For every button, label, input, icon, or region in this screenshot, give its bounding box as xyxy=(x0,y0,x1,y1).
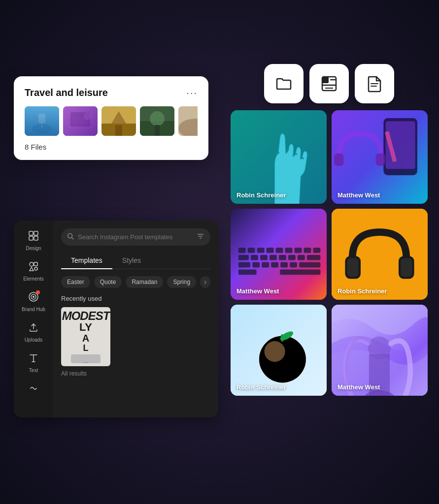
svg-rect-22 xyxy=(29,236,33,240)
photo-card-matthew-1[interactable]: Matthew West xyxy=(332,110,428,204)
document-icon-box[interactable] xyxy=(355,64,394,103)
template-icon-box[interactable] xyxy=(309,64,349,103)
svg-rect-49 xyxy=(295,154,297,155)
svg-rect-65 xyxy=(304,248,311,253)
photo-card-matthew-2-label: Matthew West xyxy=(236,287,279,295)
svg-rect-88 xyxy=(401,258,412,277)
sidebar-item-uploads[interactable]: Uploads xyxy=(17,318,50,346)
filter-icon[interactable] xyxy=(197,232,204,242)
photo-grid: Robin Schreiner xyxy=(231,110,428,396)
recently-used-label: Recently used xyxy=(61,295,210,302)
svg-rect-62 xyxy=(276,248,283,253)
photo-card-robin-1[interactable]: Robin Schreiner xyxy=(231,110,327,204)
tab-styles[interactable]: Styles xyxy=(112,252,151,269)
photo-card-robin-2[interactable]: Robin Schreiner xyxy=(332,209,428,300)
tag-ramadan[interactable]: Ramadan xyxy=(126,276,163,288)
template-preview-card[interactable]: MODEST LY A L xyxy=(61,307,210,366)
svg-rect-64 xyxy=(295,248,302,253)
svg-rect-61 xyxy=(267,248,274,253)
hair-visual xyxy=(332,305,428,396)
tag-quote[interactable]: Quote xyxy=(94,276,122,288)
travel-files-count: 8 Files xyxy=(25,143,198,151)
travel-image-2[interactable] xyxy=(63,106,98,136)
template-tabs: Templates Styles xyxy=(61,252,210,269)
svg-rect-5 xyxy=(70,112,90,127)
svg-rect-0 xyxy=(25,106,59,136)
tag-easter[interactable]: Easter xyxy=(61,276,90,288)
sidebar-brand-label: Brand Hub xyxy=(22,307,45,312)
search-input[interactable] xyxy=(78,233,193,241)
svg-rect-23 xyxy=(34,236,38,240)
svg-point-91 xyxy=(259,336,306,383)
svg-marker-26 xyxy=(30,267,34,271)
svg-point-24 xyxy=(30,262,34,266)
right-panel: Robin Schreiner xyxy=(231,64,428,396)
svg-point-30 xyxy=(33,296,34,298)
keyboard-visual xyxy=(231,209,327,300)
svg-rect-78 xyxy=(271,262,278,268)
svg-rect-21 xyxy=(34,231,38,235)
svg-point-8 xyxy=(84,112,92,120)
tab-templates[interactable]: Templates xyxy=(61,252,112,269)
svg-line-32 xyxy=(72,238,74,240)
sidebar-uploads-label: Uploads xyxy=(25,337,43,343)
sidebar-item-design[interactable]: Design xyxy=(17,226,50,255)
svg-rect-54 xyxy=(334,154,343,166)
template-preview-image: MODEST LY A L xyxy=(61,307,110,366)
svg-rect-72 xyxy=(288,255,296,260)
sidebar-item-brand-hub[interactable]: Brand Hub xyxy=(17,287,50,316)
more-icon xyxy=(28,383,39,396)
svg-point-92 xyxy=(265,341,285,362)
travel-image-4[interactable] xyxy=(140,106,174,136)
travel-image-1[interactable] xyxy=(25,106,59,136)
svg-rect-81 xyxy=(299,262,320,268)
svg-rect-12 xyxy=(115,125,122,136)
svg-rect-87 xyxy=(347,258,359,277)
svg-rect-79 xyxy=(280,262,288,268)
sidebar-design-label: Design xyxy=(26,246,41,251)
photo-card-robin-3[interactable]: Robin Schreiner xyxy=(231,305,327,396)
all-results-label: All results xyxy=(61,370,210,377)
svg-rect-73 xyxy=(298,255,305,260)
photo-card-matthew-1-label: Matthew West xyxy=(338,191,380,199)
panel-main-content: Templates Styles Easter Quote Ramadan Sp… xyxy=(53,220,218,417)
svg-rect-27 xyxy=(34,267,37,270)
svg-rect-58 xyxy=(238,248,246,253)
travel-card-menu[interactable]: ··· xyxy=(186,87,198,98)
photo-card-matthew-2[interactable]: Matthew West xyxy=(231,209,327,300)
travel-card-title: Travel and leisure xyxy=(25,87,108,98)
svg-rect-76 xyxy=(252,262,260,268)
svg-rect-20 xyxy=(29,231,33,235)
sidebar-item-more[interactable] xyxy=(17,379,50,400)
svg-rect-84 xyxy=(332,209,428,300)
svg-rect-60 xyxy=(257,248,265,253)
photo-card-matthew-3[interactable]: Matthew West xyxy=(332,305,428,396)
tag-spring[interactable]: Spring xyxy=(167,276,196,288)
search-bar xyxy=(61,228,210,246)
sidebar-text-label: Text xyxy=(29,368,38,373)
travel-image-5[interactable] xyxy=(178,106,198,136)
svg-rect-48 xyxy=(286,149,289,151)
svg-rect-4 xyxy=(63,106,98,136)
svg-rect-59 xyxy=(248,248,255,253)
folder-icon-box[interactable] xyxy=(264,64,304,103)
travel-images xyxy=(25,106,198,136)
photo-card-robin-1-label: Robin Schreiner xyxy=(236,191,286,199)
svg-rect-83 xyxy=(280,270,320,275)
svg-point-98 xyxy=(368,337,391,359)
travel-card-header: Travel and leisure ··· xyxy=(25,87,198,98)
svg-rect-82 xyxy=(238,270,257,275)
sidebar: Design Elements Brand Hub xyxy=(14,220,53,417)
svg-rect-69 xyxy=(260,255,268,260)
svg-rect-55 xyxy=(376,154,385,166)
sidebar-item-text[interactable]: Text xyxy=(17,348,50,377)
svg-rect-67 xyxy=(238,255,249,260)
travel-image-3[interactable] xyxy=(101,106,136,136)
tags-next-arrow[interactable]: › xyxy=(200,276,210,288)
svg-rect-25 xyxy=(34,262,37,266)
text-icon xyxy=(28,352,39,366)
tag-list: Easter Quote Ramadan Spring › xyxy=(61,276,210,288)
svg-point-1 xyxy=(32,124,52,133)
svg-rect-71 xyxy=(279,255,286,260)
sidebar-item-elements[interactable]: Elements xyxy=(17,257,50,285)
